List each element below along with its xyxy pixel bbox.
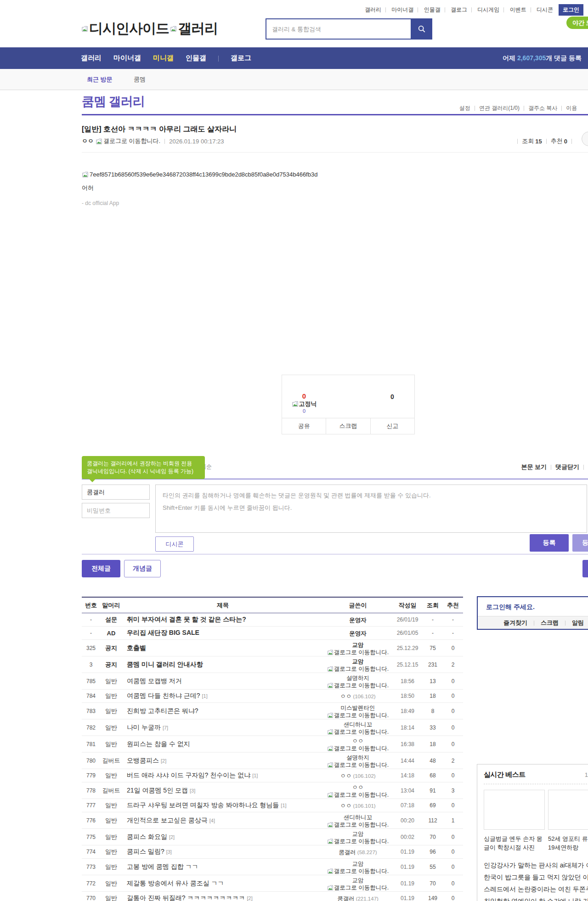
row-category[interactable]: 일반 [100,863,122,871]
write-post-button[interactable]: 글쓰기 [582,560,588,577]
row-title[interactable]: 원피스는 참을 수 없지 [122,740,323,748]
author-nick[interactable]: 설명하지 [346,754,369,761]
author-gallog-link[interactable]: 갤로그로 이동합니다. [323,712,392,719]
author-nick[interactable]: ㅇㅇ(106.102) [340,773,375,779]
comment-submit-button[interactable]: 등록 [530,534,569,552]
author-gallog-link[interactable]: 갤로그로 이동합니다. [323,838,392,845]
site-logo[interactable]: 디시인사이드 갤러리 [80,19,218,38]
night-mode-button[interactable]: 야간 모드 [566,17,588,29]
row-category[interactable]: 길버트 [100,757,122,765]
top-link[interactable]: 갤로그 [451,6,476,13]
recent-visit-gallery[interactable]: 쿰멤 [134,69,146,90]
row-category[interactable]: 일반 [100,677,122,685]
nav-item[interactable]: 미니갤 [153,54,174,63]
author-nick[interactable]: 샌디하니꼬 [344,814,373,821]
author-gallog-link[interactable]: 갤로그로 이동합니다. [323,867,392,875]
comment-textarea[interactable]: 타인의 권리를 침해하거나 명예를 훼손하는 댓글은 운영원칙 및 관련 법률에… [155,485,587,533]
row-category[interactable]: 일반 [100,707,122,715]
row-category[interactable]: 일반 [100,848,122,856]
nav-item[interactable]: 갤로그 [231,54,251,63]
row-title[interactable]: 여쿰멤 다들 친하냐 근데?[1] [122,692,323,700]
author-nick[interactable]: 설명하지 [346,675,369,681]
post-action-button[interactable]: 공유 [282,418,326,434]
author-gallog-link[interactable]: 갤로그로 이동합니다. [323,821,392,828]
nav-item[interactable]: 인물갤 [186,54,219,63]
best-thumb-image[interactable] [484,790,545,830]
author-nick[interactable]: ㅇㅇ [352,738,364,744]
top-link[interactable]: 인물갤 [424,6,449,13]
author-gallog-link[interactable]: 갤로그로 이동합니다. [323,665,392,673]
comment-nickname-input[interactable] [82,485,150,500]
post-author[interactable]: ㅇㅇ [82,137,94,145]
row-category[interactable]: 일반 [100,833,122,841]
login-button[interactable]: 로그인 [559,4,583,16]
comment-header-link[interactable]: 본문 보기 [521,463,555,471]
top-link[interactable]: 마이너갤 [391,6,422,13]
author-nick[interactable]: ㅇㅇ [352,784,364,791]
author-gallog-link[interactable]: 갤로그로 이동합니다. [323,649,392,656]
best-headline[interactable]: 친일혐한 연예인이 한 순간에 나락 간 이유 [484,895,588,901]
post-action-button[interactable]: 신고 [370,418,414,434]
gallog-link[interactable]: 갤로그로 이동합니다. [96,137,160,145]
author-nick[interactable]: ㅇㅇ(106.102) [340,693,375,700]
row-title[interactable]: 고봉 방에 쿰멤 집합 ㄱㄱ [122,863,323,871]
row-title[interactable]: 우리집 새단장 BIG SALE [122,629,323,637]
row-category[interactable]: 길버트 [100,787,122,795]
row-title[interactable]: 갈통아 진짜 뒤질래? ㅋㅋㅋㅋㅋㅋㅋㅋㅋ[2] [122,894,323,901]
sidebar-tab[interactable]: 알림 [572,619,584,627]
gallery-title[interactable]: 쿰멤 갤러리 [82,93,145,110]
top-link[interactable]: 디시게임 [477,6,508,13]
upvote-cell[interactable]: 0 고정닉 0 [282,375,326,418]
best-thumb-image[interactable] [548,790,588,830]
row-title[interactable]: 쿰피스 밀림?[3] [122,848,323,856]
row-title[interactable]: 호출벨 [122,644,323,652]
gallery-header-link[interactable]: 갤주소 복사 [528,104,566,112]
best-headline[interactable]: 인강강사가 말하는 판사의 ai대체가 어려운 [484,859,588,871]
row-category[interactable]: 일반 [100,894,122,901]
top-link[interactable]: 디시콘 [537,6,553,13]
post-action-button[interactable]: 스크랩 [326,418,370,434]
nav-item[interactable]: 갤러리 [81,54,102,63]
row-title[interactable]: 나미 누굴까[7] [122,724,323,732]
author-nick[interactable]: 운영자 [349,630,367,637]
row-title[interactable]: 진희방 고추티콘은 뭐냐? [122,707,323,715]
comment-password-input[interactable] [82,503,150,518]
top-link[interactable]: 갤러리 [365,6,390,13]
row-category[interactable]: 일반 [100,879,122,888]
nav-item[interactable]: 마이너갤 [113,54,141,63]
row-category[interactable]: 일반 [100,771,122,780]
author-gallog-link[interactable]: 갤로그로 이동합니다. [323,761,392,769]
row-title[interactable]: 개인적으로 보고싶은 쿰상극[4] [122,816,323,825]
author-nick[interactable]: 샌디하니꼬 [344,721,373,728]
author-nick[interactable]: 교암 [352,861,364,867]
row-title[interactable]: 여쿰멤 모캡뱅 저거 [122,677,323,685]
gallery-header-link[interactable]: 연관 갤러리(1/0) [479,104,528,112]
best-headline[interactable]: 스레드에서 논란중이라는 여친 두쫀쿠 사주 [484,883,588,895]
downvote-cell[interactable]: 0 [370,375,414,418]
row-category[interactable]: AD [100,630,122,637]
row-category[interactable]: 일반 [100,740,122,748]
author-nick[interactable]: 쿰갤러(58.227) [339,849,377,855]
row-category[interactable]: 일반 [100,692,122,700]
author-nick[interactable]: 교암 [352,642,364,648]
dccon-button[interactable]: 디시콘 [155,536,194,552]
row-title[interactable]: 제갈통 방송에서 유사 쿰조실 ㄱㄱ [122,879,323,888]
comment-header-link[interactable]: 댓글닫기 [555,463,588,471]
search-button[interactable] [411,18,432,40]
row-category[interactable]: 공지 [100,644,122,652]
author-nick[interactable]: 교암 [352,658,364,665]
realtime-best-page[interactable]: 1/ [585,772,588,778]
top-link[interactable]: 이벤트 [510,6,535,13]
row-title[interactable]: 쿰피스 화요일[2] [122,833,323,841]
row-category[interactable]: 일반 [100,724,122,732]
author-nick[interactable]: 미스발렌타인 [341,705,375,711]
author-gallog-link[interactable]: 갤로그로 이동합니다. [323,682,392,689]
author-nick[interactable]: ㅇㅇ(106.101) [340,803,375,809]
author-nick[interactable]: 운영자 [349,617,367,623]
comment-submit-secondary-button[interactable]: 등록 [572,534,588,552]
recent-visit-label[interactable]: 최근 방문 [87,69,113,90]
sidebar-tab[interactable]: 스크랩 [541,619,572,627]
best-thumb-caption[interactable]: 52세 영포티 류사 근황 19세연하랑 [548,834,588,852]
sidebar-tab[interactable]: 즐겨찾기 [503,619,541,627]
row-title[interactable]: 쿰멤 미니 갤러리 안내사항 [122,661,323,669]
